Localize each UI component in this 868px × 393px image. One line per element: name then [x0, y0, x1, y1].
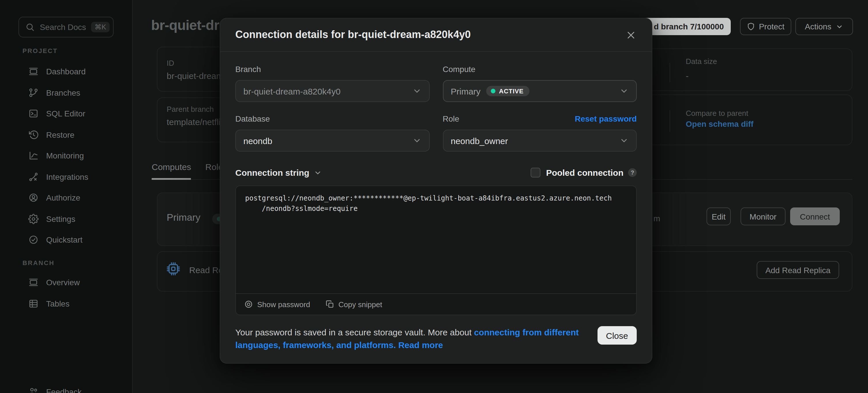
sidebar-item-integrations[interactable]: Integrations: [0, 166, 133, 187]
connection-string-value: postgresql://neondb_owner:************@e…: [236, 186, 636, 221]
workflow-icon: [28, 172, 39, 182]
chevron-down-icon: [619, 87, 629, 96]
search-placeholder: Search Docs: [40, 23, 91, 32]
chevron-down-icon: [314, 169, 322, 176]
chevron-down-icon: [619, 136, 629, 145]
reset-password-link[interactable]: Reset password: [575, 114, 637, 123]
branch-nav: Overview Tables: [0, 272, 133, 314]
connect-button[interactable]: Connect: [790, 207, 840, 225]
modal-header: Connection details for br-quiet-dream-a8…: [220, 19, 652, 52]
chevron-down-icon: [412, 136, 421, 145]
connection-string-toggle[interactable]: Connection string: [235, 168, 322, 177]
sidebar-item-tables[interactable]: Tables: [0, 293, 133, 314]
close-button[interactable]: Close: [597, 326, 637, 345]
sidebar-item-branches[interactable]: Branches: [0, 82, 133, 103]
role-field: Role Reset password neondb_owner: [443, 113, 637, 152]
compute-select[interactable]: Primary ACTIVE: [443, 80, 637, 102]
sidebar-item-quickstart[interactable]: Quickstart: [0, 229, 133, 250]
project-section-label: PROJECT: [23, 47, 58, 54]
table-icon: [28, 298, 39, 309]
gear-icon: [28, 214, 39, 224]
active-tab-indicator: [152, 178, 191, 179]
app-window: Search Docs ⌘K PROJECT Dashboard Branche…: [0, 0, 868, 393]
pooled-connection-option: Pooled connection ?: [531, 168, 637, 177]
cpu-icon: [166, 262, 181, 276]
copy-snippet-button[interactable]: Copy snippet: [325, 300, 382, 309]
sidebar-item-settings[interactable]: Settings: [0, 208, 133, 229]
check-circle-icon: [28, 235, 39, 245]
sidebar-item-overview[interactable]: Overview: [0, 272, 133, 293]
sidebar-item-sql-editor[interactable]: SQL Editor: [0, 103, 133, 124]
role-label: Role: [443, 114, 459, 123]
compare-to-parent-label: Compare to parent: [686, 109, 748, 118]
users-icon: [28, 387, 39, 393]
modal-footer: Your password is saved in a secure stora…: [235, 326, 637, 351]
sidebar-item-monitoring[interactable]: Monitoring: [0, 145, 133, 166]
modal-body: Branch br-quiet-dream-a820k4y0 Compute P…: [220, 52, 652, 351]
tab-computes[interactable]: Computes: [152, 162, 191, 172]
data-size-label: Data size: [686, 57, 717, 66]
shield-icon: [747, 23, 755, 31]
password-vault-note: Your password is saved in a secure stora…: [235, 326, 593, 351]
terminal-icon: [28, 109, 39, 119]
search-input[interactable]: Search Docs ⌘K: [19, 17, 114, 37]
protect-button[interactable]: Protect: [740, 18, 791, 35]
code-actions-bar: Show password Copy snippet: [236, 293, 636, 315]
close-icon[interactable]: [625, 29, 637, 41]
pooled-connection-checkbox[interactable]: [531, 168, 540, 177]
compute-label: Compute: [443, 65, 475, 74]
modal-title: Connection details for br-quiet-dream-a8…: [235, 29, 625, 41]
search-shortcut: ⌘K: [91, 22, 110, 32]
add-read-replica-button[interactable]: Add Read Replica: [757, 261, 839, 279]
user-circle-icon: [28, 193, 39, 203]
data-size-value: -: [686, 71, 689, 81]
active-status-dot: [491, 89, 495, 93]
stat-divider: [670, 110, 670, 132]
help-icon[interactable]: ?: [628, 168, 637, 177]
sidebar-item-authorize[interactable]: Authorize: [0, 187, 133, 208]
database-field: Database neondb: [235, 113, 429, 152]
branch-select[interactable]: br-quiet-dream-a820k4y0: [235, 80, 429, 102]
chevron-down-icon: [412, 87, 421, 96]
database-select[interactable]: neondb: [235, 130, 429, 152]
search-icon: [25, 23, 35, 32]
chevron-down-icon: [836, 23, 843, 30]
read-more-link[interactable]: Read more: [398, 340, 443, 350]
project-nav: Dashboard Branches SQL Editor Restore Mo…: [0, 61, 133, 250]
copy-icon: [325, 300, 335, 309]
history-icon: [28, 130, 39, 140]
dashboard-icon: [28, 67, 39, 77]
active-status-badge: ACTIVE: [486, 86, 529, 96]
connection-details-modal: Connection details for br-quiet-dream-a8…: [220, 18, 652, 364]
actions-button[interactable]: Actions: [795, 18, 853, 35]
overview-icon: [28, 277, 39, 288]
sidebar-footer: Feedback: [0, 382, 133, 393]
show-password-icon: [244, 300, 253, 309]
sidebar-item-feedback[interactable]: Feedback: [0, 382, 133, 393]
database-label: Database: [235, 114, 270, 123]
pooled-connection-label: Pooled connection: [546, 168, 623, 177]
show-password-button[interactable]: Show password: [244, 300, 310, 309]
stat-divider: [670, 63, 670, 83]
sidebar: Search Docs ⌘K PROJECT Dashboard Branche…: [0, 0, 133, 393]
branch-label: Branch: [235, 65, 261, 74]
sidebar-item-dashboard[interactable]: Dashboard: [0, 61, 133, 82]
role-select[interactable]: neondb_owner: [443, 130, 637, 152]
chart-icon: [28, 151, 39, 161]
branch-section-label: BRANCH: [23, 259, 55, 266]
monitor-button[interactable]: Monitor: [741, 207, 785, 225]
compute-name: Primary: [167, 212, 200, 224]
git-branch-icon: [28, 88, 39, 98]
truncated-compute-text: m: [653, 214, 660, 223]
branch-field: Branch br-quiet-dream-a820k4y0: [235, 64, 429, 102]
compute-field: Compute Primary ACTIVE: [443, 64, 637, 102]
connection-string-box: postgresql://neondb_owner:************@e…: [235, 186, 637, 315]
open-schema-diff-link[interactable]: Open schema diff: [686, 119, 753, 129]
sidebar-item-restore[interactable]: Restore: [0, 124, 133, 145]
edit-button[interactable]: Edit: [707, 207, 731, 225]
